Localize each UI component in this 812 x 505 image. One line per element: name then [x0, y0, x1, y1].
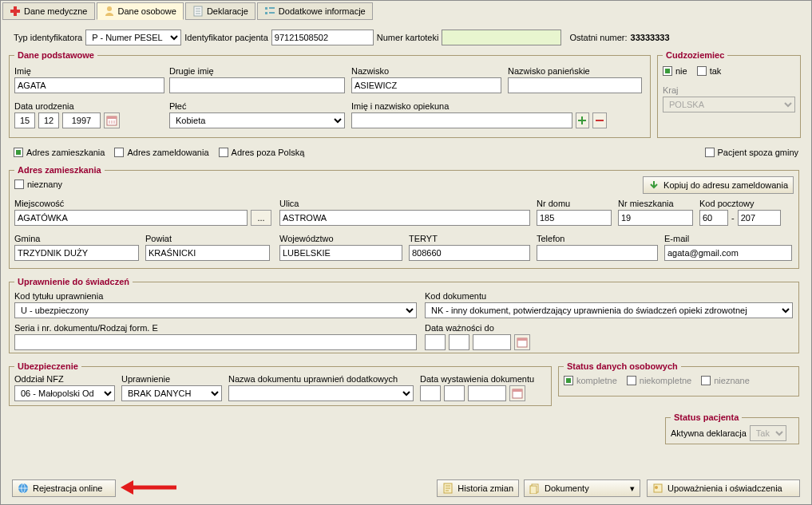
- cudzo-tak-check[interactable]: [697, 66, 707, 76]
- nazwisko-input[interactable]: [351, 77, 501, 93]
- email-input[interactable]: [664, 245, 792, 261]
- nrmieszk-input[interactable]: [618, 210, 693, 226]
- fieldset-uprawnienie: Uprawnienie do świadczeń Kod tytułu upra…: [9, 277, 799, 353]
- koddok-select[interactable]: NK - inny dokument, potwierdzający upraw…: [425, 302, 793, 318]
- lbl-adres-zam: Adres zamieszkania: [26, 148, 105, 157]
- chk-nieznane[interactable]: [701, 376, 711, 385]
- gmina-input[interactable]: [14, 245, 139, 261]
- chk-kompletne[interactable]: [564, 376, 573, 385]
- datawyst-r[interactable]: [468, 385, 506, 401]
- powiat-input[interactable]: [145, 245, 270, 261]
- tab-dane-medyczne[interactable]: Dane medyczne: [2, 2, 95, 20]
- kodtyt-select[interactable]: U - ubezpieczony: [14, 302, 417, 318]
- kart-input[interactable]: [442, 30, 561, 45]
- last-num-value: 33333333: [631, 33, 670, 42]
- datawazn-d[interactable]: [425, 334, 446, 350]
- history-icon: [442, 483, 454, 494]
- rejestracja-online-button[interactable]: Rejestracja online: [12, 479, 116, 497]
- tab-dane-osobowe[interactable]: Dane osobowe: [97, 2, 184, 20]
- lbl-kompletne: kompletne: [576, 376, 617, 385]
- kopiuj-label: Kopiuj do adresu zameldowania: [663, 180, 788, 190]
- plec-select[interactable]: Kobieta: [169, 112, 345, 128]
- datawyst-m[interactable]: [444, 385, 465, 401]
- kodtyt-label: Kod tytułu uprawnienia: [14, 291, 418, 301]
- miejsc-label: Miejscowość: [14, 199, 275, 208]
- tab-deklaracje[interactable]: Deklaracje: [185, 2, 255, 20]
- person-icon: [104, 6, 115, 17]
- svg-point-28: [655, 486, 658, 489]
- fieldset-cudzoziemiec: Cudzoziemiec nie tak Kraj POLSKA: [657, 50, 801, 138]
- historia-label: Historia zmian: [457, 483, 513, 493]
- seria-label: Seria i nr. dokumentu/Rodzaj form. E: [14, 323, 418, 333]
- medical-icon: [10, 6, 21, 17]
- chk-adres-zamel[interactable]: [114, 148, 124, 157]
- data-ur-r[interactable]: [62, 112, 101, 128]
- cudzo-nie-check[interactable]: [663, 66, 672, 76]
- nrdomu-input[interactable]: [537, 210, 612, 226]
- datawyst-calendar-button[interactable]: [509, 385, 525, 401]
- typ-id-label: Typ identyfikatora: [14, 33, 82, 42]
- kopiuj-button[interactable]: Kopiuj do adresu zameldowania: [643, 176, 794, 194]
- oddzial-select[interactable]: 06 - Małopolski Od: [14, 385, 115, 401]
- imie-label: Imię: [14, 66, 166, 76]
- lbl-adres-zamel: Adres zameldowania: [127, 148, 208, 157]
- arrow-down-icon: [648, 180, 660, 191]
- chk-niekompletne[interactable]: [627, 376, 636, 385]
- teryt-input[interactable]: [409, 245, 530, 261]
- documents-icon: [529, 483, 541, 494]
- data-ur-d[interactable]: [14, 112, 35, 128]
- id-pac-input[interactable]: [271, 30, 374, 45]
- drugie-label: Drugie imię: [169, 66, 347, 76]
- imie-input[interactable]: [14, 77, 164, 93]
- kod2-input[interactable]: [738, 210, 781, 226]
- calendar-button[interactable]: [104, 112, 120, 128]
- tab-dodatkowe[interactable]: Dodatkowe informacje: [257, 2, 373, 20]
- legend-uprawnienie: Uprawnienie do świadczeń: [14, 277, 133, 286]
- add-opiekun-button[interactable]: [576, 112, 590, 128]
- dokumenty-button[interactable]: Dokumenty ▾: [524, 479, 640, 497]
- datawazn-calendar-button[interactable]: [514, 334, 530, 350]
- remove-opiekun-button[interactable]: [592, 112, 607, 128]
- telefon-input[interactable]: [537, 245, 658, 261]
- chk-nieznany[interactable]: [14, 180, 24, 189]
- lbl-adres-poza: Adres poza Polską: [232, 148, 305, 157]
- plus-icon: [576, 115, 588, 126]
- ulica-input[interactable]: [279, 210, 530, 226]
- globe-icon: [18, 483, 29, 494]
- miejsc-lookup-button[interactable]: ...: [251, 210, 271, 226]
- chevron-down-icon: ▾: [630, 483, 635, 494]
- nrmieszk-label: Nr mieszkania: [618, 199, 695, 208]
- chk-adres-zam[interactable]: [14, 148, 23, 157]
- fieldset-adres: Adres zamieszkania nieznany Kopiuj do ad…: [9, 165, 799, 269]
- oddzial-label: Oddział NFZ: [14, 374, 117, 384]
- aktywna-label: Aktywna deklaracja: [671, 428, 747, 438]
- last-num-label: Ostatni numer:: [569, 33, 627, 42]
- fieldset-ubezpieczenie: Ubezpieczenie Oddział NFZ 06 - Małopolsk…: [9, 361, 552, 406]
- cudzo-nie-label: nie: [675, 66, 687, 76]
- telefon-label: Telefon: [537, 234, 660, 243]
- chk-adres-poza[interactable]: [219, 148, 228, 157]
- legend-adres: Adres zamieszkania: [14, 165, 105, 175]
- typ-id-select[interactable]: P - Numer PESEL: [85, 30, 181, 45]
- kod1-input[interactable]: [699, 210, 728, 226]
- data-ur-m[interactable]: [38, 112, 59, 128]
- calendar-icon: [512, 388, 523, 399]
- historia-zmian-button[interactable]: Historia zmian: [437, 479, 519, 497]
- miejsc-input[interactable]: [14, 210, 248, 226]
- nazwdok-label: Nazwa dokumentu uprawnień dodatkowych: [228, 374, 415, 384]
- rejestracja-label: Rejestracja online: [33, 483, 102, 493]
- upowaznienia-button[interactable]: Upoważnienia i oświadczenia: [647, 479, 800, 497]
- seria-input[interactable]: [14, 334, 417, 350]
- woj-input[interactable]: [279, 245, 402, 261]
- dokumenty-label: Dokumenty: [545, 483, 589, 493]
- datawazn-m[interactable]: [449, 334, 469, 350]
- datawyst-d[interactable]: [420, 385, 441, 401]
- arrow-annotation: [121, 478, 178, 497]
- datawazn-r[interactable]: [473, 334, 511, 350]
- chk-spoza-gminy[interactable]: [705, 148, 715, 157]
- panienskie-input[interactable]: [508, 77, 642, 93]
- opiekun-input[interactable]: [351, 112, 572, 128]
- upr-select[interactable]: BRAK DANYCH: [121, 385, 222, 401]
- drugie-input[interactable]: [169, 77, 345, 93]
- nazwdok-select[interactable]: [228, 385, 414, 401]
